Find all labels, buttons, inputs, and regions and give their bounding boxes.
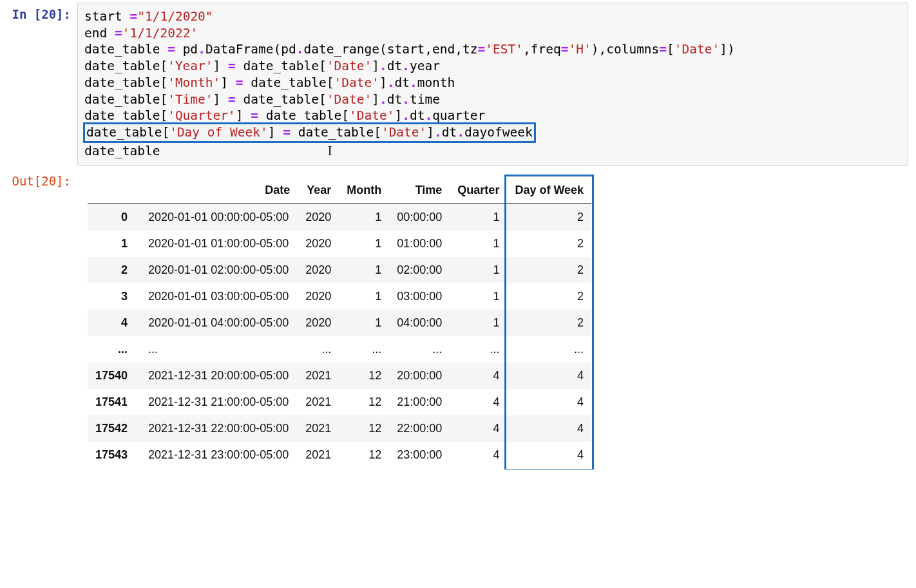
cell-date: 2021-12-31 21:00:00-05:00 xyxy=(139,389,298,415)
cell-year: 2020 xyxy=(298,283,339,310)
cell-dow: 4 xyxy=(507,442,591,468)
cell-dow: 2 xyxy=(507,283,591,310)
cell-idx: 17543 xyxy=(88,442,139,468)
cell-date: 2021-12-31 22:00:00-05:00 xyxy=(139,415,298,442)
cell-time: 23:00:00 xyxy=(389,442,450,468)
cell-date: 2020-01-01 02:00:00-05:00 xyxy=(139,257,298,283)
cell-quarter: 1 xyxy=(450,204,507,231)
cell-date: 2020-01-01 04:00:00-05:00 xyxy=(139,310,298,336)
cell-idx: 3 xyxy=(88,283,139,310)
cell-quarter: ... xyxy=(450,336,507,363)
table-row: 175402021-12-31 20:00:00-05:0020211220:0… xyxy=(88,363,591,389)
table-row: 22020-01-01 02:00:00-05:002020102:00:001… xyxy=(88,257,591,283)
cell-date: 2021-12-31 20:00:00-05:00 xyxy=(139,363,298,389)
table-row: 32020-01-01 03:00:00-05:002020103:00:001… xyxy=(88,283,591,310)
cell-time: 02:00:00 xyxy=(389,257,450,283)
column-header-year: Year xyxy=(298,177,339,204)
cell-year: 2020 xyxy=(298,310,339,336)
cell-idx: 1 xyxy=(88,231,139,257)
cell-year: 2020 xyxy=(298,231,339,257)
cell-time: 00:00:00 xyxy=(389,204,450,231)
cell-month: 1 xyxy=(339,257,389,283)
cell-time: ... xyxy=(389,336,450,363)
cell-quarter: 1 xyxy=(450,231,507,257)
cell-idx: 4 xyxy=(88,310,139,336)
column-header-index xyxy=(88,177,139,204)
cell-dow: 2 xyxy=(507,204,591,231)
column-header-quarter: Quarter xyxy=(450,177,507,204)
table-row: 12020-01-01 01:00:00-05:002020101:00:001… xyxy=(88,231,591,257)
cell-dow: 4 xyxy=(507,389,591,415)
column-header-dayofweek: Day of Week xyxy=(507,177,591,204)
dataframe-table: Date Year Month Time Quarter Day of Week… xyxy=(88,177,591,468)
cell-month: 12 xyxy=(339,415,389,442)
table-row: 175422021-12-31 22:00:00-05:0020211222:0… xyxy=(88,415,591,442)
cell-quarter: 4 xyxy=(450,442,507,468)
cell-quarter: 4 xyxy=(450,389,507,415)
table-row: 175432021-12-31 23:00:00-05:0020211223:0… xyxy=(88,442,591,468)
cell-year: 2021 xyxy=(298,442,339,468)
table-row: 02020-01-01 00:00:00-05:002020100:00:001… xyxy=(88,204,591,231)
table-row: 42020-01-01 04:00:00-05:002020104:00:001… xyxy=(88,310,591,336)
cell-month: ... xyxy=(339,336,389,363)
cell-quarter: 1 xyxy=(450,310,507,336)
cell-year: 2020 xyxy=(298,204,339,231)
cell-idx: ... xyxy=(88,336,139,363)
cell-month: 1 xyxy=(339,204,389,231)
cell-idx: 17540 xyxy=(88,363,139,389)
cell-quarter: 1 xyxy=(450,257,507,283)
cell-dow: 2 xyxy=(507,231,591,257)
cell-time: 01:00:00 xyxy=(389,231,450,257)
column-header-month: Month xyxy=(339,177,389,204)
output-prompt: Out[20]: xyxy=(0,168,77,468)
cell-month: 1 xyxy=(339,231,389,257)
cell-month: 1 xyxy=(339,283,389,310)
cell-time: 04:00:00 xyxy=(389,310,450,336)
cell-date: 2020-01-01 01:00:00-05:00 xyxy=(139,231,298,257)
output-area: Date Year Month Time Quarter Day of Week… xyxy=(77,168,916,468)
code-input-area[interactable]: start ="1/1/2020" end ='1/1/2022' date_t… xyxy=(77,3,908,166)
cell-date: 2020-01-01 00:00:00-05:00 xyxy=(139,204,298,231)
cell-dow: 2 xyxy=(507,310,591,336)
column-header-time: Time xyxy=(389,177,450,204)
table-row: ..................... xyxy=(88,336,591,363)
cell-quarter: 4 xyxy=(450,415,507,442)
cell-dow: 2 xyxy=(507,257,591,283)
highlighted-code-line: date_table['Day of Week'] = date_table['… xyxy=(83,122,536,143)
cell-time: 21:00:00 xyxy=(389,389,450,415)
code-content[interactable]: start ="1/1/2020" end ='1/1/2022' date_t… xyxy=(84,8,901,160)
table-header-row: Date Year Month Time Quarter Day of Week xyxy=(88,177,591,204)
table-row: 175412021-12-31 21:00:00-05:0020211221:0… xyxy=(88,389,591,415)
cell-quarter: 4 xyxy=(450,363,507,389)
cell-idx: 17541 xyxy=(88,389,139,415)
cell-quarter: 1 xyxy=(450,283,507,310)
cell-year: ... xyxy=(298,336,339,363)
input-prompt: In [20]: xyxy=(0,1,77,166)
cell-time: 22:00:00 xyxy=(389,415,450,442)
cell-idx: 17542 xyxy=(88,415,139,442)
notebook-input-cell: In [20]: start ="1/1/2020" end ='1/1/202… xyxy=(0,0,916,167)
cell-date: ... xyxy=(139,336,298,363)
cell-month: 12 xyxy=(339,389,389,415)
cell-dow: 4 xyxy=(507,363,591,389)
cell-month: 12 xyxy=(339,363,389,389)
cell-year: 2021 xyxy=(298,415,339,442)
cell-month: 1 xyxy=(339,310,389,336)
cell-dow: ... xyxy=(507,336,591,363)
cell-year: 2021 xyxy=(298,389,339,415)
cell-date: 2021-12-31 23:00:00-05:00 xyxy=(139,442,298,468)
cell-year: 2020 xyxy=(298,257,339,283)
cell-idx: 2 xyxy=(88,257,139,283)
column-header-date: Date xyxy=(139,177,298,204)
notebook-output-cell: Out[20]: Date Year Month Time Quarter Da… xyxy=(0,167,916,469)
cell-time: 20:00:00 xyxy=(389,363,450,389)
text-cursor-icon: I xyxy=(327,141,332,160)
cell-month: 12 xyxy=(339,442,389,468)
cell-idx: 0 xyxy=(88,204,139,231)
cell-date: 2020-01-01 03:00:00-05:00 xyxy=(139,283,298,310)
cell-time: 03:00:00 xyxy=(389,283,450,310)
cell-year: 2021 xyxy=(298,363,339,389)
cell-dow: 4 xyxy=(507,415,591,442)
